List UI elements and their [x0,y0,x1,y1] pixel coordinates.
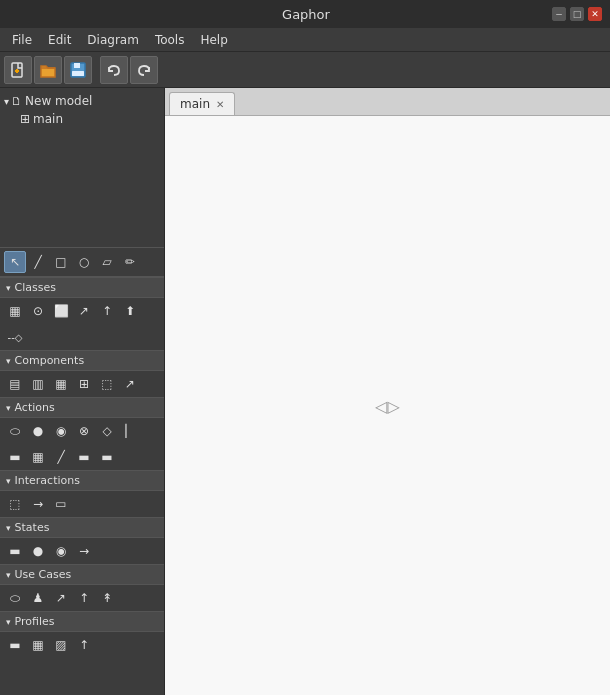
flow-tool[interactable]: ╱ [50,446,72,468]
diagram-area[interactable]: ◁▷ [165,116,610,695]
pointer-tool[interactable]: ↖ [4,251,26,273]
ellipse-tool[interactable]: ○ [73,251,95,273]
open-file-button[interactable] [34,56,62,84]
connector-tool[interactable]: ⬚ [96,373,118,395]
state-initial-tool[interactable]: ● [27,540,49,562]
usecase-tool[interactable]: ⬭ [4,587,26,609]
window-controls: − □ ✕ [552,7,602,21]
menu-edit[interactable]: Edit [40,31,79,49]
interactions-label: Interactions [15,474,80,487]
vertical-bar-tool[interactable]: ▏ [119,420,141,442]
actions-tools-row1: ⬭ ● ◉ ⊗ ◇ ▏ [0,418,164,444]
metaclass-tool[interactable]: ▨ [50,634,72,656]
extend-tool[interactable]: ↑ [73,587,95,609]
right-panel: main ✕ ◁▷ [165,88,610,695]
components-tools-row1: ▤ ▥ ▦ ⊞ ⬚ ↗ [0,371,164,397]
states-arrow: ▾ [6,523,11,533]
diagram-icon: ⊞ [20,112,30,126]
components-section-header[interactable]: ▾ Components [0,350,164,371]
artifact-tool[interactable]: ▥ [27,373,49,395]
tab-main[interactable]: main ✕ [169,92,235,115]
line-tool[interactable]: ╱ [27,251,49,273]
state-final-tool[interactable]: ◉ [50,540,72,562]
profiles-section-header[interactable]: ▾ Profiles [0,611,164,632]
interactions-arrow: ▾ [6,476,11,486]
swimlane-tool[interactable]: ▦ [27,446,49,468]
profiles-tools-row1: ▬ ▦ ▨ ↑ [0,632,164,658]
classes-tools-row2: --◇ [0,324,164,350]
states-tools-row1: ▬ ● ◉ → [0,538,164,564]
undo-button[interactable] [100,56,128,84]
tab-close-icon[interactable]: ✕ [216,99,224,110]
states-section-header[interactable]: ▾ States [0,517,164,538]
profiles-label: Profiles [15,615,55,628]
toolbar [0,52,610,88]
node-tool[interactable]: ▦ [50,373,72,395]
menu-diagram[interactable]: Diagram [79,31,147,49]
assoc-uc-tool[interactable]: ↟ [96,587,118,609]
partition-tool[interactable]: ▬ [96,446,118,468]
rect-tool[interactable]: □ [50,251,72,273]
activity-final-tool[interactable]: ◉ [50,420,72,442]
interface-req-tool[interactable]: ↗ [119,373,141,395]
actions-tools-row2: ▬ ▦ ╱ ▬ ▬ [0,444,164,470]
package-tool[interactable]: ⬜ [50,300,72,322]
inheritance-tool[interactable]: ↑ [96,300,118,322]
close-button[interactable]: ✕ [588,7,602,21]
actions-section-header[interactable]: ▾ Actions [0,397,164,418]
lifeline-tool[interactable]: ⬚ [4,493,26,515]
state-tool[interactable]: ▬ [4,540,26,562]
association-tool[interactable]: ↗ [73,300,95,322]
general-tools-top: ↖ ╱ □ ○ ▱ ✏ [0,248,164,277]
new-file-button[interactable] [4,56,32,84]
tree-child-main[interactable]: ⊞ main [0,110,164,128]
svg-rect-5 [72,71,84,76]
save-file-button[interactable] [64,56,92,84]
flow-final-tool[interactable]: ⊗ [73,420,95,442]
subsystem-tool[interactable]: ⊞ [73,373,95,395]
menu-file[interactable]: File [4,31,40,49]
usecases-section-header[interactable]: ▾ Use Cases [0,564,164,585]
message-tool[interactable]: → [27,493,49,515]
menubar: File Edit Diagram Tools Help [0,28,610,52]
diagram-label: main [33,112,63,126]
execution-spec-tool[interactable]: ▭ [50,493,72,515]
classes-arrow: ▾ [6,283,11,293]
include-tool[interactable]: ↗ [50,587,72,609]
toolbox: ↖ ╱ □ ○ ▱ ✏ ▾ Classes ▦ ⊙ ⬜ ↗ ↑ ⬆ --◇ [0,248,164,695]
menu-tools[interactable]: Tools [147,31,193,49]
model-icon: 🗋 [11,95,22,108]
minimize-button[interactable]: − [552,7,566,21]
interactions-tools-row1: ⬚ → ▭ [0,491,164,517]
decision-tool[interactable]: ◇ [96,420,118,442]
actor-tool[interactable]: ♟ [27,587,49,609]
initial-node-tool[interactable]: ● [27,420,49,442]
maximize-button[interactable]: □ [570,7,584,21]
actions-label: Actions [15,401,55,414]
action-tool[interactable]: ⬭ [4,420,26,442]
classes-label: Classes [15,281,56,294]
note-tool[interactable]: ▱ [96,251,118,273]
resize-handle-icon: ◁▷ [375,396,400,415]
profile-tool[interactable]: ▬ [4,634,26,656]
extension-tool[interactable]: ↑ [73,634,95,656]
redo-button[interactable] [130,56,158,84]
object-flow-tool[interactable]: ▬ [73,446,95,468]
fork-h-tool[interactable]: ▬ [4,446,26,468]
dependency-tool[interactable]: ⬆ [119,300,141,322]
menu-help[interactable]: Help [192,31,235,49]
usecases-tools-row1: ⬭ ♟ ↗ ↑ ↟ [0,585,164,611]
association2-tool[interactable]: --◇ [4,326,26,348]
classes-section-header[interactable]: ▾ Classes [0,277,164,298]
main-layout: ▾ 🗋 New model ⊞ main ↖ ╱ □ ○ ▱ ✏ ▾ [0,88,610,695]
interactions-section-header[interactable]: ▾ Interactions [0,470,164,491]
interface-tool[interactable]: ⊙ [27,300,49,322]
class-tool[interactable]: ▦ [4,300,26,322]
stereotype-tool[interactable]: ▦ [27,634,49,656]
model-label: New model [25,94,92,108]
pen-tool[interactable]: ✏ [119,251,141,273]
component-tool[interactable]: ▤ [4,373,26,395]
transition-tool[interactable]: → [73,540,95,562]
tree-root-item[interactable]: ▾ 🗋 New model [0,92,164,110]
profiles-arrow: ▾ [6,617,11,627]
